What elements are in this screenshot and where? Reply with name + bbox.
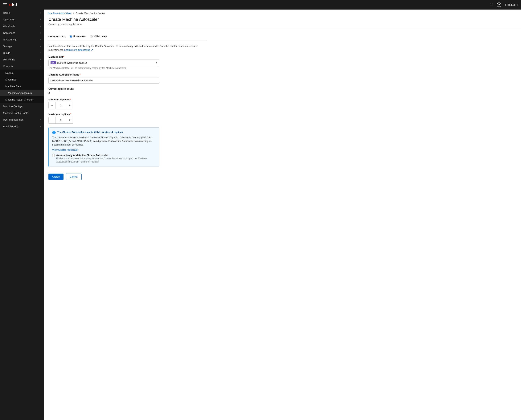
autoscaler-name-input[interactable] (48, 77, 159, 83)
chevron-expand-icon: ⌄ (39, 65, 41, 67)
current-replica-label: Current replica count (48, 87, 207, 90)
auto-update-label[interactable]: Automatically update the Cluster Autosca… (56, 154, 108, 157)
page-subtitle: Create by completing the form. (48, 23, 516, 26)
form-view-label: Form view (73, 35, 86, 38)
user-menu[interactable]: First Last ▾ (505, 3, 518, 6)
min-replicas-field: Minimum replicas* − 1 + (48, 98, 207, 109)
create-button[interactable]: Create (48, 173, 64, 180)
max-replicas-label: Maximum replicas* (48, 113, 207, 116)
machine-sets-submenu: Machine Autoscalers (0, 90, 44, 96)
auto-update-checkbox-row: Automatically update the Cluster Autosca… (52, 154, 156, 164)
max-replicas-stepper: − 5 + (48, 117, 73, 124)
yaml-view-radio[interactable] (90, 35, 93, 38)
description-text: Machine Autoscalers are controlled by th… (48, 44, 207, 52)
breadcrumb-parent-link[interactable]: Machine Autoscalers (48, 12, 71, 15)
help-icon[interactable]: ? (497, 2, 501, 7)
machine-set-select[interactable]: MS clusterid-worker-us-east-1a ▾ (48, 60, 159, 66)
min-replicas-decrement-button[interactable]: − (49, 102, 55, 109)
cancel-button[interactable]: Cancel (66, 173, 82, 180)
chevron-icon: › (40, 38, 41, 41)
configure-via-section: Configure via: Form view YAML view (48, 33, 207, 40)
info-box-body: The Cluster Autoscaler's maximum number … (52, 136, 156, 146)
sidebar-item-machine-configs[interactable]: Machine Configs (0, 103, 44, 110)
topnav-right: ⠿ ? First Last ▾ (490, 2, 518, 7)
sidebar: Home › Operators › Workloads › Serverles… (0, 9, 44, 420)
form-body: Configure via: Form view YAML view Machi… (44, 29, 212, 187)
auto-update-help: Enable this to increase the scaling limi… (56, 157, 156, 164)
chevron-icon: › (40, 45, 41, 47)
sidebar-item-machine-config-pools[interactable]: Machine Config Pools (0, 110, 44, 116)
view-cluster-autoscaler-link[interactable]: View Cluster Autoscaler (52, 148, 156, 151)
info-box: i The Cluster Autoscaler may limit the n… (48, 128, 159, 167)
top-navbar: okd ⠿ ? First Last ▾ (0, 0, 521, 9)
sidebar-item-compute[interactable]: Compute ⌄ (0, 63, 44, 70)
chevron-icon: › (40, 119, 41, 121)
hamburger-menu[interactable] (3, 3, 7, 6)
autoscaler-name-field: Machine Autoscaler Name* (48, 73, 207, 83)
info-icon: i (52, 131, 56, 134)
grid-menu-icon[interactable]: ⠿ (490, 2, 493, 7)
required-indicator: * (63, 55, 64, 58)
min-replicas-label: Minimum replicas* (48, 98, 207, 101)
learn-more-link[interactable]: Learn more autoscaling ↗ (64, 48, 93, 51)
sidebar-item-user-management[interactable]: User Management › (0, 116, 44, 123)
chevron-icon: › (40, 12, 41, 14)
sidebar-item-machine-sets[interactable]: Machine Sets (0, 83, 44, 90)
main-layout: Home › Operators › Workloads › Serverles… (0, 9, 521, 420)
min-replicas-value: 1 (55, 102, 66, 109)
page-header: Create Machine Autoscaler Create by comp… (44, 15, 521, 29)
sidebar-item-builds[interactable]: Builds › (0, 50, 44, 56)
min-replicas-stepper: − 1 + (48, 102, 73, 109)
user-chevron-icon: ▾ (517, 4, 518, 6)
max-replicas-field: Maximum replicas* − 5 + (48, 113, 207, 124)
chevron-icon: › (40, 25, 41, 27)
min-replicas-increment-button[interactable]: + (66, 102, 73, 109)
page-title: Create Machine Autoscaler (48, 17, 516, 22)
info-box-title: i The Cluster Autoscaler may limit the n… (52, 131, 156, 134)
sidebar-item-administration[interactable]: Administration › (0, 123, 44, 130)
chevron-icon: › (40, 59, 41, 61)
sidebar-item-nodes[interactable]: Nodes (0, 70, 44, 76)
chevron-icon: › (40, 18, 41, 21)
user-name: First Last (505, 3, 516, 6)
required-indicator: * (70, 113, 71, 116)
sidebar-item-operators[interactable]: Operators › (0, 16, 44, 23)
form-view-radio[interactable] (70, 35, 72, 38)
sidebar-item-machine-health-checks[interactable]: Machine Health Checks (0, 96, 44, 103)
machine-set-field: Machine Set* MS clusterid-worker-us-east… (48, 55, 207, 69)
sidebar-item-monitoring[interactable]: Monitoring › (0, 56, 44, 63)
current-replica-field: Current replica count 2 (48, 87, 207, 94)
app-logo: okd (9, 2, 17, 7)
chevron-icon: › (40, 32, 41, 34)
chevron-icon: › (40, 52, 41, 54)
compute-submenu: Nodes Machines Machine Sets Machine Auto… (0, 70, 44, 103)
max-replicas-increment-button[interactable]: + (66, 117, 73, 123)
machine-set-label: Machine Set* (48, 55, 207, 58)
breadcrumb-separator: › (73, 12, 74, 15)
sidebar-item-networking[interactable]: Networking › (0, 36, 44, 43)
required-indicator: * (70, 98, 71, 101)
max-replicas-value: 5 (55, 117, 66, 123)
form-view-option[interactable]: Form view (70, 35, 86, 38)
max-replicas-decrement-button[interactable]: − (49, 117, 55, 123)
machine-set-value: clusterid-worker-us-east-1a (57, 61, 154, 64)
sidebar-item-workloads[interactable]: Workloads › (0, 23, 44, 30)
yaml-view-option[interactable]: YAML view (90, 35, 107, 38)
sidebar-item-machine-autoscalers[interactable]: Machine Autoscalers (0, 90, 44, 96)
required-indicator: * (80, 73, 81, 76)
sidebar-item-storage[interactable]: Storage › (0, 43, 44, 50)
sidebar-item-machines[interactable]: Machines (0, 76, 44, 83)
breadcrumb-current: Create Machine Autoscaler (76, 12, 106, 15)
autoscaler-name-label: Machine Autoscaler Name* (48, 73, 207, 76)
auto-update-checkbox[interactable] (52, 154, 55, 156)
yaml-view-label: YAML view (94, 35, 107, 38)
machine-set-help: The Machine Set that will be automatical… (48, 67, 207, 69)
sidebar-item-serverless[interactable]: Serverless › (0, 30, 44, 36)
logo-o: o (9, 2, 12, 7)
machine-set-badge: MS (51, 61, 56, 64)
sidebar-item-home[interactable]: Home › (0, 9, 44, 16)
breadcrumb: Machine Autoscalers › Create Machine Aut… (44, 9, 521, 15)
current-replica-value: 2 (48, 91, 207, 94)
form-actions: Create Cancel (48, 171, 207, 183)
logo-kd: kd (12, 2, 17, 7)
